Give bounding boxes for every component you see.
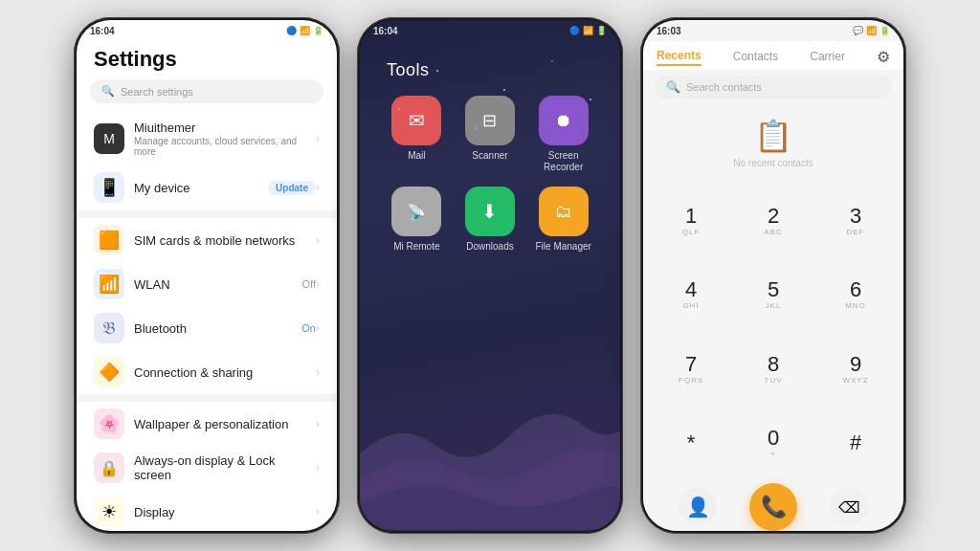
- connection-item[interactable]: 🔶 Connection & sharing ›: [77, 350, 337, 394]
- dialer-bottom: 👤 📞 ⌫: [643, 483, 903, 531]
- key-0-sub: +: [770, 450, 776, 458]
- battery-icon-3: 🔋: [880, 26, 890, 35]
- profile-text: Miuithemer Manage accounts, cloud servic…: [134, 121, 316, 157]
- profile-icon: M: [94, 123, 124, 154]
- wallpaper-icon: 🌸: [94, 408, 124, 439]
- key-hash[interactable]: #: [815, 408, 896, 480]
- battery-icon-2: 🔋: [596, 26, 607, 35]
- search-icon-dialer: 🔍: [666, 80, 680, 94]
- key-star[interactable]: *: [651, 408, 731, 480]
- no-contacts-area: 📋 No recent contacts: [643, 104, 903, 181]
- contacts-bottom-btn[interactable]: 👤: [679, 488, 717, 526]
- wlan-item[interactable]: 📶 WLAN Off ›: [77, 262, 337, 306]
- key-6[interactable]: 6 MNO: [815, 259, 896, 332]
- key-3-sub: DEF: [847, 228, 865, 236]
- delete-bottom-btn[interactable]: ⌫: [830, 488, 868, 526]
- mail-icon: ✉: [391, 96, 441, 145]
- key-4[interactable]: 4 GHI: [651, 259, 731, 332]
- aod-chevron: ›: [316, 461, 320, 474]
- my-device-chevron: ›: [316, 181, 320, 194]
- key-0-main: 0: [768, 428, 779, 449]
- key-3[interactable]: 3 DEF: [815, 185, 896, 257]
- phone-home: 16:04 🔵 📶 🔋 Tools ✉ Mai: [357, 17, 623, 534]
- time-3: 16:03: [657, 26, 681, 36]
- connection-label: Connection & sharing: [134, 365, 316, 380]
- folder-label: Tools: [360, 60, 620, 96]
- key-7-sub: PQRS: [679, 376, 704, 385]
- star-2: [503, 89, 505, 91]
- key-5[interactable]: 5 JKL: [733, 259, 813, 332]
- recorder-icon: ⏺: [539, 96, 589, 145]
- tab-carrier[interactable]: Carrier: [810, 48, 845, 65]
- settings-gear-icon[interactable]: ⚙: [877, 48, 890, 66]
- status-bar-1: 16:04 🔵 📶 🔋: [77, 20, 337, 41]
- call-button[interactable]: 📞: [749, 483, 797, 531]
- key-9[interactable]: 9 WXYZ: [815, 333, 896, 406]
- bluetooth-icon: 🔵: [286, 26, 297, 35]
- app-mi-remote[interactable]: 📡 Mi Remote: [387, 187, 447, 253]
- profile-item[interactable]: M Miuithemer Manage accounts, cloud serv…: [77, 113, 337, 165]
- status-bar-3: 16:03 💬 📶 🔋: [643, 20, 903, 41]
- display-chevron: ›: [316, 505, 320, 518]
- mail-label: Mail: [408, 150, 425, 162]
- display-icon: ☀: [94, 496, 124, 527]
- wallpaper-item[interactable]: 🌸 Wallpaper & personalization ›: [77, 402, 337, 446]
- key-1[interactable]: 1 QLF: [651, 185, 731, 257]
- contacts-search[interactable]: 🔍 Search contacts: [655, 76, 892, 99]
- settings-search[interactable]: 🔍 Search settings: [90, 79, 323, 103]
- sim-item[interactable]: 🟧 SIM cards & mobile networks ›: [77, 218, 337, 262]
- profile-name: Miuithemer: [134, 121, 316, 135]
- status-icons-3: 💬 📶 🔋: [853, 26, 890, 35]
- app-screen-recorder[interactable]: ⏺ Screen Recorder: [533, 96, 593, 173]
- my-device-text: My device: [134, 181, 268, 195]
- my-device-icon: 📱: [94, 172, 124, 203]
- search-placeholder-dialer: Search contacts: [686, 81, 762, 93]
- divider-1: [77, 210, 337, 218]
- key-7-main: 7: [685, 354, 697, 375]
- key-1-main: 1: [685, 206, 697, 227]
- tab-contacts[interactable]: Contacts: [733, 48, 778, 65]
- app-mail[interactable]: ✉ Mail: [387, 96, 447, 173]
- wlan-status: Off: [302, 278, 316, 290]
- wave-background: [360, 378, 620, 531]
- recorder-label: Screen Recorder: [533, 150, 593, 173]
- bluetooth-item[interactable]: 𝔅 Bluetooth On ›: [77, 306, 337, 350]
- key-5-main: 5: [768, 279, 779, 300]
- key-4-main: 4: [685, 279, 697, 300]
- aod-item[interactable]: 🔒 Always-on display & Lock screen ›: [77, 446, 337, 490]
- key-8[interactable]: 8 TUV: [733, 333, 813, 406]
- filemanager-icon: 🗂: [539, 187, 589, 236]
- time-1: 16:04: [90, 26, 115, 36]
- key-star-main: *: [687, 432, 696, 453]
- key-0[interactable]: 0 +: [733, 408, 813, 480]
- bt-icon: 𝔅: [102, 319, 116, 339]
- key-8-main: 8: [768, 354, 779, 375]
- connection-icon: 🔶: [94, 357, 124, 387]
- app-downloads[interactable]: ⬇ Downloads: [460, 187, 521, 253]
- delete-icon: ⌫: [838, 498, 860, 517]
- wallpaper-text: Wallpaper & personalization: [134, 417, 316, 431]
- settings-title: Settings: [77, 41, 337, 79]
- key-7[interactable]: 7 PQRS: [651, 333, 731, 406]
- display-item[interactable]: ☀ Display ›: [77, 490, 337, 531]
- remote-label: Mi Remote: [393, 241, 439, 253]
- app-scanner[interactable]: ⊟ Scanner: [460, 96, 521, 173]
- bluetooth-text: Bluetooth: [134, 321, 301, 336]
- key-2[interactable]: 2 ABC: [733, 185, 813, 257]
- call-icon: 📞: [761, 495, 787, 519]
- sim-label: SIM cards & mobile networks: [134, 233, 316, 248]
- contacts-icon: 👤: [686, 496, 710, 518]
- sim-chevron: ›: [316, 233, 320, 247]
- connection-text: Connection & sharing: [134, 365, 316, 380]
- phone-dialer: 16:03 💬 📶 🔋 Recents Contacts Carrier ⚙ 🔍…: [640, 17, 906, 534]
- profile-subtitle: Manage accounts, cloud services, and mor…: [134, 136, 316, 157]
- app-file-manager[interactable]: 🗂 File Manager: [533, 187, 593, 253]
- key-4-sub: GHI: [682, 301, 699, 310]
- my-device-item[interactable]: 📱 My device Update ›: [77, 165, 337, 210]
- bluetooth-label: Bluetooth: [134, 321, 301, 336]
- settings-content: Settings 🔍 Search settings M Miuithemer …: [77, 41, 337, 531]
- update-badge[interactable]: Update: [268, 181, 316, 195]
- no-contacts-icon: 📋: [754, 118, 792, 154]
- profile-chevron: ›: [316, 132, 320, 145]
- tab-recents[interactable]: Recents: [657, 47, 702, 66]
